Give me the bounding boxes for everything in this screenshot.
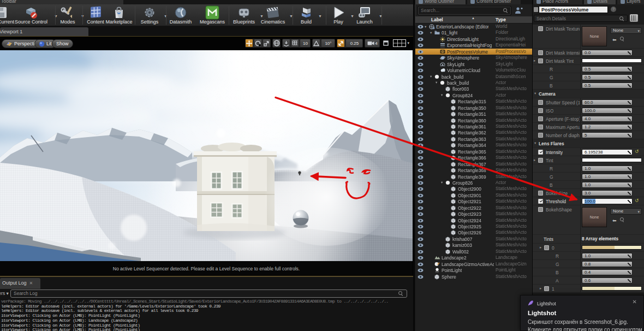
color-swatch[interactable] (582, 286, 642, 291)
visibility-eye-icon[interactable] (418, 125, 424, 129)
outliner-row[interactable]: ExponentialHeightFogExponentialHei (415, 42, 532, 48)
value-input[interactable]: 1.0 (582, 253, 633, 259)
log-lines[interactable]: verPackage: Moving ../../../../../../../… (1, 299, 407, 331)
value-input[interactable]: 3.0 (582, 190, 633, 196)
visibility-eye-icon[interactable] (418, 243, 424, 247)
checkbox-unchecked[interactable] (544, 286, 549, 291)
value-input[interactable]: 0.5 (582, 66, 633, 72)
expander-icon[interactable]: ▾ (425, 25, 426, 29)
color-swatch[interactable] (582, 58, 642, 63)
checkbox-unchecked[interactable] (538, 133, 543, 138)
outliner-row[interactable]: SkyLightSkyLight (415, 61, 532, 67)
outliner-row[interactable]: Object2924StaticMeshActo (415, 217, 532, 223)
checkbox-unchecked[interactable] (538, 108, 543, 113)
value-input[interactable]: 100.0 (582, 108, 633, 114)
visibility-eye-icon[interactable] (418, 68, 424, 73)
expander-icon[interactable]: ▸ (540, 245, 541, 250)
outliner-row[interactable]: Rectangle350StaticMeshActo (415, 105, 532, 111)
visibility-eye-icon[interactable] (418, 256, 424, 260)
tab-toolbar[interactable]: Toolbar (0, 0, 123, 4)
visibility-eye-icon[interactable] (418, 137, 424, 141)
outliner-row[interactable]: Object2901StaticMeshActo (415, 192, 532, 198)
visibility-eye-icon[interactable] (418, 156, 424, 160)
viewport-show-button[interactable]: Show (52, 39, 73, 48)
use-selected-icon[interactable]: ⬅ (612, 37, 620, 43)
outliner-row[interactable]: Rectangle369StaticMeshActo (415, 174, 532, 180)
outliner-row[interactable]: Rectangle363StaticMeshActo (415, 136, 532, 142)
toolbar-button-play[interactable]: Play▼ (326, 4, 350, 26)
toolbar-button-cinematics[interactable]: Cinematics▼ (257, 4, 289, 26)
outliner-row[interactable]: ▾back_buildActor (415, 80, 532, 86)
help-icon[interactable]: ? (611, 7, 616, 12)
camera-speed-button[interactable]: 4 (365, 39, 380, 48)
visibility-eye-icon[interactable] (418, 119, 424, 123)
checkbox-unchecked[interactable] (544, 245, 549, 250)
value-input[interactable]: 1.0 (582, 166, 633, 172)
visibility-eye-icon[interactable] (418, 268, 424, 273)
outliner-row[interactable]: floor003StaticMeshActo (415, 86, 532, 92)
outliner-search-input[interactable]: Search... (418, 6, 511, 15)
checkbox-checked[interactable] (538, 199, 543, 204)
visibility-eye-icon[interactable] (418, 112, 424, 116)
visibility-eye-icon[interactable] (418, 175, 424, 179)
asset-select-dropdown[interactable]: None (610, 208, 642, 215)
value-input[interactable]: 6.195238 (582, 149, 633, 155)
toolbar-button-launch[interactable]: Launch▼ (350, 4, 379, 26)
outliner-row[interactable]: Landscape2Landscape (415, 255, 532, 261)
expander-icon[interactable]: ▾ (430, 74, 432, 79)
visibility-eye-icon[interactable] (418, 43, 424, 48)
viewport-tab[interactable]: Viewport 1 (0, 27, 88, 36)
visibility-eye-icon[interactable] (418, 50, 424, 54)
visibility-eye-icon[interactable] (418, 199, 424, 204)
reset-to-default-icon[interactable]: ↺ (635, 198, 639, 203)
visibility-eye-icon[interactable] (418, 224, 424, 229)
visibility-eye-icon[interactable] (418, 181, 424, 185)
outliner-row[interactable]: Wall002StaticMeshActo (415, 249, 532, 255)
value-input[interactable]: 0.0 (582, 50, 633, 56)
toolbar-button-build[interactable]: Build▼ (294, 4, 318, 26)
visibility-eye-icon[interactable] (418, 75, 424, 79)
toolbar-button-settings[interactable]: Settings▼ (135, 4, 164, 26)
world-local-toggle[interactable] (272, 39, 281, 48)
checkbox-unchecked[interactable] (538, 50, 543, 55)
value-input[interactable]: 1.0 (582, 174, 633, 180)
outliner-row[interactable]: Rectangle365StaticMeshActo (415, 149, 532, 155)
visibility-eye-icon[interactable] (418, 31, 424, 35)
expander-icon[interactable]: ▾ (436, 80, 437, 85)
expander-icon[interactable]: ▸ (534, 58, 535, 63)
close-icon[interactable]: ✕ (29, 281, 33, 286)
visibility-eye-icon[interactable] (418, 150, 424, 154)
outliner-row[interactable]: VolumetricCloudVolumetricClou (415, 67, 532, 73)
visibility-eye-icon[interactable] (418, 206, 424, 210)
visibility-eye-icon[interactable] (418, 81, 424, 85)
viewport-layout-button[interactable]: ▾ (391, 39, 411, 48)
tab-details[interactable]: Details (584, 0, 616, 4)
value-input[interactable]: 4.0 (582, 116, 633, 122)
visibility-eye-icon[interactable] (418, 25, 424, 29)
value-input[interactable]: 0.5 (582, 74, 633, 80)
outliner-row[interactable]: Rectangle367StaticMeshActo (415, 161, 532, 167)
visibility-eye-icon[interactable] (418, 93, 424, 98)
visibility-eye-icon[interactable] (418, 212, 424, 216)
visibility-eye-icon[interactable] (418, 131, 424, 135)
viewport-scene[interactable] (0, 50, 413, 261)
section-expander-icon[interactable]: ▾ (534, 141, 536, 145)
tab-place-actors[interactable]: Place Actors (533, 0, 582, 4)
outliner-row[interactable]: Rectangle362StaticMeshActo (415, 129, 532, 135)
visibility-eye-icon[interactable] (418, 187, 424, 191)
outliner-row[interactable]: Rectangle364StaticMeshActo (415, 142, 532, 148)
details-view-options-button[interactable] (630, 14, 638, 22)
visibility-eye-icon[interactable] (418, 87, 424, 91)
visibility-eye-icon[interactable] (418, 56, 424, 60)
value-input[interactable]: 5 (582, 132, 633, 138)
visibility-eye-icon[interactable] (418, 230, 424, 235)
details-search-input[interactable]: Search Details (534, 15, 628, 22)
visibility-eye-icon[interactable] (418, 193, 424, 198)
outliner-row[interactable]: Object2900StaticMeshActo (415, 186, 532, 192)
outliner-row[interactable]: PointLightPointLight (415, 267, 532, 273)
rotation-snap-size[interactable]: 10° (321, 39, 335, 48)
checkbox-unchecked[interactable] (538, 26, 543, 31)
toolbar-button-datasmith[interactable]: Datasmith (165, 4, 196, 26)
outliner-row[interactable]: DirectionalLightDirectionalLigh (415, 36, 532, 42)
color-swatch[interactable] (582, 158, 642, 162)
